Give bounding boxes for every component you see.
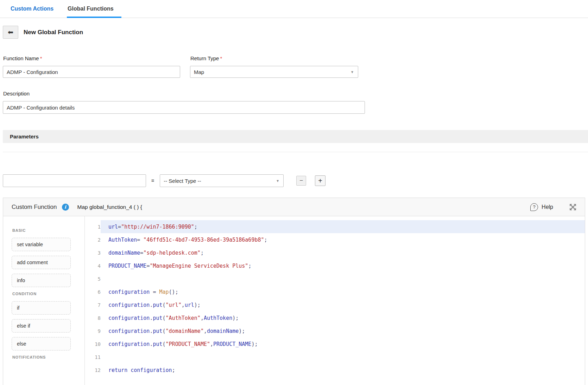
custom-function-header: Custom Function i Map global_function_4 …: [3, 198, 585, 216]
function-name-label: Function Name*: [3, 55, 180, 61]
remove-parameter-button[interactable]: −: [296, 176, 306, 186]
snippet-set-variable[interactable]: set variable: [12, 238, 71, 251]
snippet-group-title: BASIC: [12, 228, 84, 232]
line-number: 7: [85, 302, 101, 308]
line-number: 10: [85, 341, 101, 347]
return-type-label: Return Type*: [190, 55, 358, 61]
line-number: 9: [85, 328, 101, 334]
question-mark-icon: ?: [530, 203, 538, 211]
code-text: configuration.put("url",url);: [101, 298, 585, 311]
code-line[interactable]: 3domainName="sdp-helpdesk.com";: [85, 246, 585, 259]
parameters-section-header: Parameters: [3, 130, 588, 143]
snippet-sidebar: BASICset variableadd commentinfoCONDITIO…: [3, 216, 85, 385]
code-line[interactable]: 9configuration.put("domainName",domainNa…: [85, 324, 585, 337]
snippet-else[interactable]: else: [12, 337, 71, 350]
tab-bar: Custom ActionsGlobal Functions: [0, 0, 588, 18]
parameter-name-input[interactable]: [3, 174, 146, 187]
line-number: 12: [85, 367, 101, 373]
code-line[interactable]: 1url="http://win7-1866:9090";: [85, 220, 585, 233]
parameters-title: Parameters: [10, 133, 39, 139]
code-text: configuration.put("domainName",domainNam…: [101, 324, 585, 337]
code-area[interactable]: 1url="http://win7-1866:9090";2AuthToken=…: [85, 216, 585, 385]
line-number: 4: [85, 263, 101, 269]
code-text: return configuration;: [101, 364, 585, 377]
code-text: AuthToken= "46ffd51c-4bd7-4953-86ed-39a5…: [101, 233, 585, 246]
info-icon[interactable]: i: [62, 204, 69, 211]
code-text: [101, 272, 585, 285]
custom-function-body: BASICset variableadd commentinfoCONDITIO…: [3, 216, 585, 385]
description-input[interactable]: [3, 101, 365, 114]
parameter-type-select[interactable]: -- Select Type -- ▼: [160, 174, 284, 187]
line-number: 11: [85, 354, 101, 360]
code-line[interactable]: 6configuration = Map();: [85, 285, 585, 298]
code-line[interactable]: 11: [85, 350, 585, 364]
custom-function-panel: Custom Function i Map global_function_4 …: [3, 198, 585, 385]
function-form: Function Name* Return Type* Map ▼ Descri…: [3, 55, 588, 114]
code-text: url="http://win7-1866:9090";: [101, 220, 585, 233]
snippet-group-title: CONDITION: [12, 292, 84, 296]
code-line[interactable]: 4PRODUCT_NAME="ManageEngine ServiceDesk …: [85, 259, 585, 272]
global-functions-page: Custom ActionsGlobal Functions ⬅ New Glo…: [0, 0, 588, 385]
code-text: domainName="sdp-helpdesk.com";: [101, 246, 585, 259]
line-number: 8: [85, 315, 101, 321]
function-name-input[interactable]: [3, 66, 180, 78]
tab-global-functions[interactable]: Global Functions: [67, 6, 121, 18]
divider: [3, 152, 588, 152]
code-text: configuration.put("AuthToken",AuthToken)…: [101, 311, 585, 324]
parameter-row: = -- Select Type -- ▼ − +: [3, 174, 588, 187]
parameter-type-placeholder: -- Select Type --: [164, 178, 201, 184]
function-signature: Map global_function_4 ( ) {: [77, 204, 142, 210]
code-text: configuration.put("PRODUCT_NAME",PRODUCT…: [101, 337, 585, 350]
code-line[interactable]: 2AuthToken= "46ffd51c-4bd7-4953-86ed-39a…: [85, 233, 585, 246]
back-button[interactable]: ⬅: [3, 26, 18, 39]
line-number: 1: [85, 224, 101, 230]
code-line[interactable]: 8configuration.put("AuthToken",AuthToken…: [85, 311, 585, 324]
chevron-down-icon: ▼: [350, 70, 354, 74]
page-header: ⬅ New Global Function: [3, 26, 588, 39]
line-number: 2: [85, 237, 101, 243]
code-line[interactable]: 5: [85, 272, 585, 285]
code-text: PRODUCT_NAME="ManageEngine ServiceDesk P…: [101, 259, 585, 272]
snippet-add-comment[interactable]: add comment: [12, 256, 71, 269]
expand-arrows-icon: [569, 204, 576, 211]
snippet-else-if[interactable]: else if: [12, 319, 71, 333]
equals-sign: =: [151, 178, 154, 184]
code-text: configuration = Map();: [101, 285, 585, 298]
custom-function-title: Custom Function: [12, 204, 57, 211]
code-line[interactable]: 7configuration.put("url",url);: [85, 298, 585, 311]
snippet-if[interactable]: if: [12, 301, 71, 315]
line-number: 3: [85, 250, 101, 256]
code-text: [101, 350, 585, 364]
fullscreen-toggle-button[interactable]: [569, 204, 576, 211]
code-line[interactable]: 10configuration.put("PRODUCT_NAME",PRODU…: [85, 337, 585, 350]
help-label: Help: [542, 204, 553, 210]
required-asterisk: *: [40, 55, 42, 61]
required-asterisk: *: [220, 55, 222, 61]
return-type-select[interactable]: Map ▼: [190, 66, 358, 78]
help-button[interactable]: ? Help: [530, 203, 553, 211]
snippet-group-title: NOTIFICATIONS: [12, 355, 84, 359]
line-number: 6: [85, 289, 101, 295]
tab-custom-actions[interactable]: Custom Actions: [10, 6, 54, 17]
return-type-value: Map: [194, 69, 204, 75]
chevron-down-icon: ▼: [276, 179, 279, 183]
description-label: Description: [3, 91, 588, 97]
snippet-info[interactable]: info: [12, 274, 71, 287]
add-parameter-button[interactable]: +: [315, 175, 325, 186]
page-title: New Global Function: [24, 29, 83, 36]
line-number: 5: [85, 276, 101, 282]
arrow-left-icon: ⬅: [8, 28, 13, 36]
code-line[interactable]: 12return configuration;: [85, 364, 585, 377]
